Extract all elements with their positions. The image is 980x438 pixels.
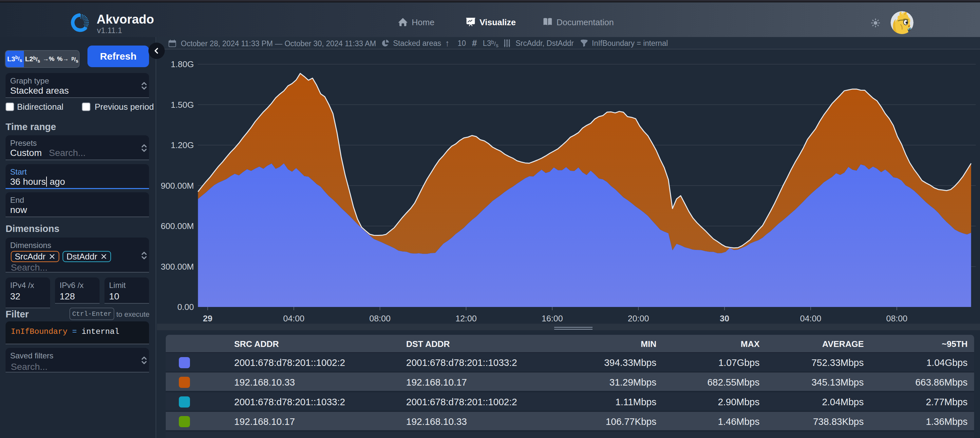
svg-text:16:00: 16:00 [541, 314, 563, 323]
svg-text:12:00: 12:00 [455, 314, 477, 323]
svg-text:1.20G: 1.20G [171, 140, 194, 150]
svg-text:04:00: 04:00 [283, 314, 304, 323]
svg-text:1.80G: 1.80G [171, 59, 194, 69]
svg-text:08:00: 08:00 [886, 314, 907, 323]
svg-text:04:00: 04:00 [800, 314, 821, 323]
svg-text:900.00M: 900.00M [161, 181, 194, 191]
svg-text:20:00: 20:00 [628, 314, 649, 323]
svg-text:29: 29 [203, 314, 213, 323]
svg-text:1.50G: 1.50G [171, 100, 194, 110]
svg-text:300.00M: 300.00M [161, 262, 194, 272]
svg-text:08:00: 08:00 [369, 314, 390, 323]
svg-text:30: 30 [720, 314, 729, 323]
svg-text:0.00: 0.00 [177, 302, 194, 312]
svg-text:600.00M: 600.00M [161, 221, 194, 231]
